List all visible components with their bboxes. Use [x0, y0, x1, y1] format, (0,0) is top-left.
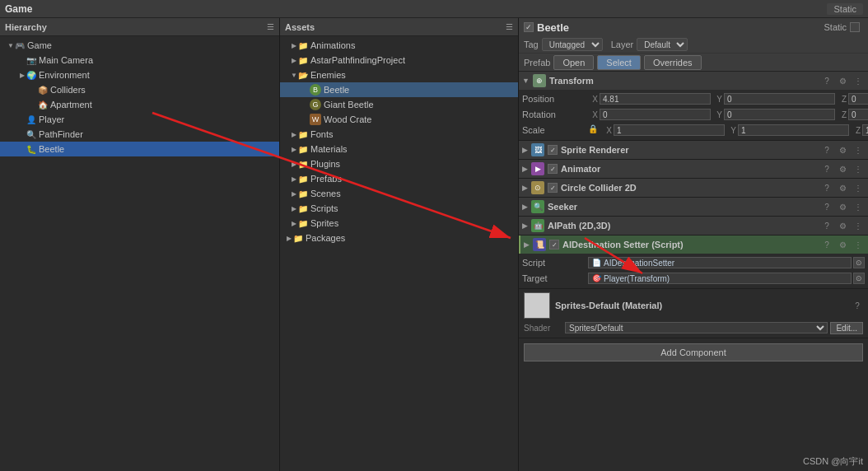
animator-header[interactable]: ▶ ▶ ✓ Animator ? ⚙ ⋮ — [519, 160, 868, 178]
asset-item-wood-crate[interactable]: W Wood Crate — [280, 112, 518, 127]
overrides-button[interactable]: Overrides — [644, 55, 702, 70]
asset-item-materials[interactable]: ▶ 📁 Materials — [280, 142, 518, 156]
seeker-header[interactable]: ▶ 🔍 Seeker ? ⚙ ⋮ — [519, 198, 868, 216]
hierarchy-item-pathfinder[interactable]: 🔍 PathFinder — [0, 127, 279, 142]
sprite-settings-btn[interactable]: ⚙ — [836, 143, 849, 156]
animator-check[interactable]: ✓ — [548, 164, 558, 174]
sprite-renderer-header[interactable]: ▶ 🖼 ✓ Sprite Renderer ? ⚙ ⋮ — [519, 141, 868, 159]
aipath-help-btn[interactable]: ? — [820, 219, 833, 232]
animator-icon: ▶ — [531, 162, 544, 175]
static-checkbox[interactable] — [850, 22, 860, 32]
material-help-btn[interactable]: ? — [852, 300, 863, 311]
asset-item-prefabs[interactable]: ▶ 📁 Prefabs — [280, 171, 518, 186]
asset-item-scripts[interactable]: ▶ 📁 Scripts — [280, 201, 518, 216]
animator-options: ? ⚙ ⋮ — [820, 162, 865, 175]
pos-z-input[interactable] — [848, 93, 868, 105]
asset-item-plugins[interactable]: ▶ 📁 Plugins — [280, 156, 518, 171]
sprite-check[interactable]: ✓ — [548, 145, 558, 155]
shader-select[interactable]: Sprites/Default — [565, 322, 828, 333]
ai-dest-help-btn[interactable]: ? — [820, 238, 833, 251]
select-button[interactable]: Select — [597, 55, 641, 70]
enemies-label: Enemies — [310, 70, 346, 80]
target-end-btn[interactable]: ⊙ — [853, 273, 865, 284]
hierarchy-item-apartment[interactable]: 🏠 Apartment — [0, 97, 279, 112]
sprite-more-btn[interactable]: ⋮ — [852, 143, 865, 156]
add-component-section: Add Component — [519, 338, 868, 366]
colliders-label: Colliders — [50, 85, 86, 95]
animator-settings-btn[interactable]: ⚙ — [836, 162, 849, 175]
transform-header[interactable]: ▼ ⊕ Transform ? ⚙ ⋮ — [519, 72, 868, 90]
asset-item-sprites[interactable]: ▶ 📁 Sprites — [280, 216, 518, 231]
collider-more-btn[interactable]: ⋮ — [852, 181, 865, 194]
inspector-title-row: ✓ Beetle Static — [519, 18, 868, 36]
seeker-settings-btn[interactable]: ⚙ — [836, 200, 849, 213]
circle-collider-header[interactable]: ▶ ⊙ ✓ Circle Collider 2D ? ⚙ ⋮ — [519, 179, 868, 197]
rot-z-input[interactable] — [848, 109, 868, 120]
ai-dest-settings-btn[interactable]: ⚙ — [836, 238, 849, 251]
script-end-btn[interactable]: ⊙ — [853, 257, 865, 268]
scripts-label: Scripts — [310, 203, 338, 213]
seeker-more-btn[interactable]: ⋮ — [852, 200, 865, 213]
hierarchy-item-player[interactable]: 👤 Player — [0, 112, 279, 127]
hierarchy-item-main-camera[interactable]: 📷 Main Camera — [0, 53, 279, 68]
scale-z-input[interactable] — [862, 124, 868, 136]
transform-icon: ⊕ — [533, 74, 546, 87]
aipath-header[interactable]: ▶ 🤖 AIPath (2D,3D) ? ⚙ ⋮ — [519, 217, 868, 235]
position-z-field: Z — [837, 93, 868, 105]
giant-beetle-label: Giant Beetle — [324, 100, 374, 110]
asset-item-packages[interactable]: ▶ 📁 Packages — [280, 231, 518, 245]
rot-x-input[interactable] — [600, 109, 711, 120]
layer-select[interactable]: Default — [637, 38, 688, 51]
asset-item-giant-beetle[interactable]: G Giant Beetle — [280, 97, 518, 112]
add-component-button[interactable]: Add Component — [524, 343, 863, 361]
hierarchy-item-beetle[interactable]: 🐛 Beetle — [0, 142, 279, 156]
aipath-section: ▶ 🤖 AIPath (2D,3D) ? ⚙ ⋮ — [519, 217, 868, 236]
collider-settings-btn[interactable]: ⚙ — [836, 181, 849, 194]
app-title: Game — [5, 3, 32, 15]
scale-x-input[interactable] — [614, 124, 725, 136]
tag-select[interactable]: Untagged — [542, 38, 603, 51]
assets-menu-icon[interactable]: ☰ — [506, 22, 513, 31]
open-button[interactable]: Open — [553, 55, 594, 70]
aipath-settings-btn[interactable]: ⚙ — [836, 219, 849, 232]
asset-item-animations[interactable]: ▶ 📁 Animations — [280, 38, 518, 53]
transform-settings-btn[interactable]: ⚙ — [836, 74, 849, 87]
ai-dest-check[interactable]: ✓ — [549, 240, 559, 249]
ai-dest-arrow-icon: ▶ — [524, 240, 530, 249]
hierarchy-menu-icon[interactable]: ☰ — [267, 22, 274, 31]
edit-shader-btn[interactable]: Edit... — [830, 322, 863, 334]
hierarchy-item-game[interactable]: ▼ 🎮 Game — [0, 38, 279, 53]
asset-item-beetle[interactable]: B Beetle — [280, 82, 518, 97]
collider-check[interactable]: ✓ — [548, 183, 558, 193]
animator-more-btn[interactable]: ⋮ — [852, 162, 865, 175]
asset-item-scenes[interactable]: ▶ 📁 Scenes — [280, 186, 518, 201]
active-checkbox[interactable]: ✓ — [524, 22, 534, 32]
sprite-help-btn[interactable]: ? — [820, 143, 833, 156]
transform-more-btn[interactable]: ⋮ — [852, 74, 865, 87]
inspector-content: ▼ ⊕ Transform ? ⚙ ⋮ Position — [519, 72, 868, 471]
static-label: Static — [824, 22, 847, 32]
ai-dest-setter-section: ▶ 📜 ✓ AIDestination Setter (Script) ? ⚙ … — [519, 236, 868, 289]
astar-arrow: ▶ — [290, 57, 298, 64]
pos-x-input[interactable] — [600, 93, 711, 105]
animator-arrow-icon: ▶ — [522, 165, 528, 173]
hierarchy-header-icons: ☰ — [267, 22, 274, 31]
seeker-help-btn[interactable]: ? — [820, 200, 833, 213]
collider-help-btn[interactable]: ? — [820, 181, 833, 194]
animator-help-btn[interactable]: ? — [820, 162, 833, 175]
scale-y-input[interactable] — [738, 124, 849, 136]
asset-item-enemies[interactable]: ▼ 📂 Enemies — [280, 68, 518, 82]
pos-y-input[interactable] — [724, 93, 835, 105]
sprite-arrow-icon: ▶ — [522, 146, 528, 154]
ai-dest-more-btn[interactable]: ⋮ — [852, 238, 865, 251]
seeker-options: ? ⚙ ⋮ — [820, 200, 865, 213]
hierarchy-item-colliders[interactable]: 📦 Colliders — [0, 82, 279, 97]
scripts-folder-icon: 📁 — [298, 204, 308, 213]
hierarchy-item-environment[interactable]: ▶ 🌍 Environment — [0, 68, 279, 82]
asset-item-astar[interactable]: ▶ 📁 AstarPathfindingProject — [280, 53, 518, 68]
rot-y-input[interactable] — [724, 109, 835, 120]
asset-item-fonts[interactable]: ▶ 📁 Fonts — [280, 127, 518, 142]
transform-help-btn[interactable]: ? — [820, 74, 833, 87]
ai-dest-setter-header[interactable]: ▶ 📜 ✓ AIDestination Setter (Script) ? ⚙ … — [519, 236, 868, 254]
aipath-more-btn[interactable]: ⋮ — [852, 219, 865, 232]
